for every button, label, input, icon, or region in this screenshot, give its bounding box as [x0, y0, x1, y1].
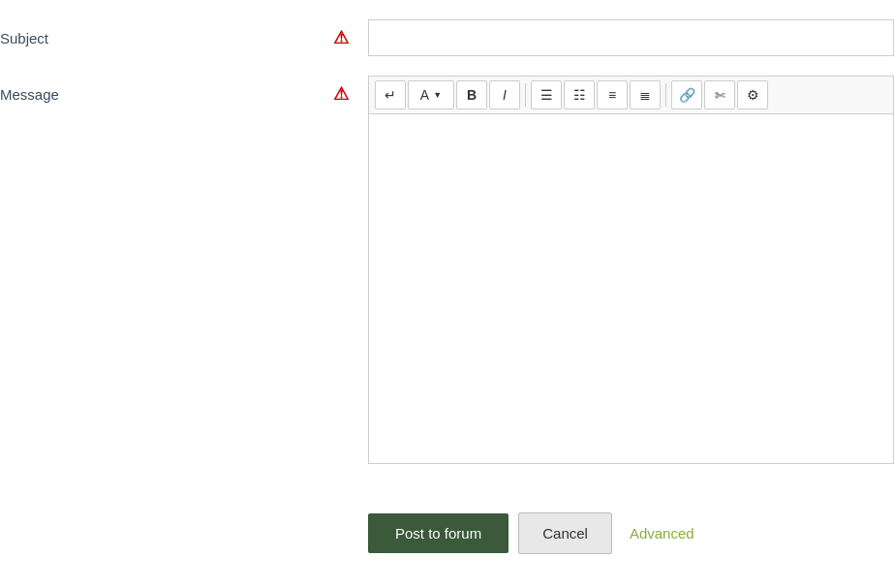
undo-button[interactable]: ↵ [375, 80, 406, 109]
separator-1 [525, 83, 526, 107]
message-label-col: Message ⚠ [0, 76, 368, 105]
italic-button[interactable]: I [489, 80, 520, 109]
link-icon: 🔗 [679, 87, 695, 103]
separator-2 [665, 83, 666, 107]
subject-label-col: Subject ⚠ [0, 19, 368, 48]
align-left-button[interactable]: ≡ [597, 80, 628, 109]
link-button[interactable]: 🔗 [671, 80, 702, 109]
chevron-down-icon: ▼ [433, 90, 442, 100]
undo-icon: ↵ [385, 87, 396, 103]
align-left-icon: ≡ [608, 87, 616, 103]
more-options-button[interactable]: ⚙ [737, 80, 768, 109]
subject-row: Subject ⚠ [0, 19, 894, 56]
align-justify-button[interactable]: ≣ [630, 80, 661, 109]
message-editor-body[interactable] [369, 114, 893, 463]
subject-input[interactable] [368, 19, 894, 56]
bold-icon: B [467, 87, 477, 103]
bold-button[interactable]: B [456, 80, 487, 109]
subject-input-col [368, 19, 894, 56]
form-container: Subject ⚠ Message ⚠ ↵ A ▼ [0, 0, 894, 503]
message-input-col: ↵ A ▼ B I ☰ [368, 76, 894, 464]
editor-toolbar: ↵ A ▼ B I ☰ [369, 77, 893, 114]
align-justify-icon: ≣ [639, 87, 651, 103]
ordered-list-icon: ☷ [573, 87, 586, 103]
unlink-button[interactable]: ✄ [704, 80, 735, 109]
font-size-button[interactable]: A ▼ [408, 80, 454, 109]
ordered-list-button[interactable]: ☷ [564, 80, 595, 109]
unlink-icon: ✄ [715, 88, 725, 103]
message-label: Message [0, 86, 59, 103]
action-row: Post to forum Cancel Advanced [0, 512, 894, 554]
font-label: A [420, 87, 429, 103]
editor-wrapper: ↵ A ▼ B I ☰ [368, 76, 894, 464]
advanced-button[interactable]: Advanced [622, 513, 702, 553]
cancel-button[interactable]: Cancel [518, 512, 612, 554]
subject-label: Subject [0, 30, 48, 46]
message-row: Message ⚠ ↵ A ▼ B [0, 76, 894, 464]
unordered-list-icon: ☰ [540, 87, 553, 103]
post-to-forum-button[interactable]: Post to forum [368, 513, 509, 553]
unordered-list-button[interactable]: ☰ [531, 80, 562, 109]
italic-icon: I [503, 87, 507, 103]
subject-required-icon: ⚠ [333, 27, 349, 48]
more-icon: ⚙ [747, 87, 759, 103]
message-required-icon: ⚠ [333, 83, 349, 105]
